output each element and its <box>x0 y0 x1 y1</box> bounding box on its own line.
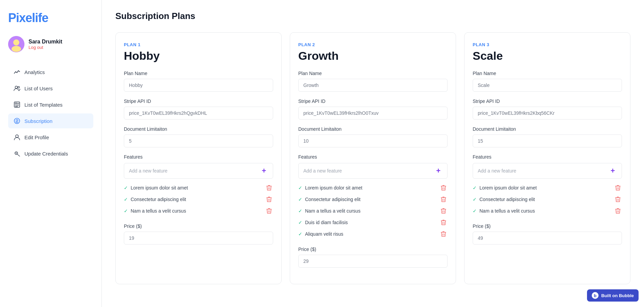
sidebar-label-analytics: Analytics <box>24 69 45 75</box>
check-icon: ✓ <box>473 208 477 214</box>
delete-feature-button[interactable] <box>439 196 448 203</box>
plan-label: PLAN 1 <box>124 42 273 47</box>
sidebar-item-subscription[interactable]: Subscription <box>8 113 93 128</box>
plan-name-value: Scale <box>473 79 622 92</box>
plan-name-label: Plan Name <box>124 71 273 76</box>
avatar <box>8 36 24 52</box>
price-label: Price ($) <box>473 223 622 229</box>
delete-feature-button[interactable] <box>614 207 622 215</box>
profile-icon <box>14 134 20 141</box>
add-feature-placeholder: Add a new feature <box>129 168 168 174</box>
plan-name-group: Plan Name Scale <box>473 71 622 92</box>
doc-limit-value: 5 <box>124 134 273 147</box>
features-label: Features <box>473 154 622 160</box>
plan-title: Hobby <box>124 49 273 62</box>
doc-limit-label: Document Limitaiton <box>124 126 273 132</box>
check-icon: ✓ <box>298 231 302 237</box>
feature-item: ✓ Duis id diam facilisis <box>298 217 448 228</box>
delete-feature-button[interactable] <box>439 184 448 192</box>
stripe-id-value: price_1KvT0wEL39fHkrs2hQgvkDHL <box>124 107 273 120</box>
check-icon: ✓ <box>473 185 477 191</box>
price-value: 29 <box>298 255 448 268</box>
delete-feature-button[interactable] <box>439 219 448 226</box>
feature-item: ✓ Lorem ipsum dolor sit amet <box>473 182 622 194</box>
feature-item: ✓ Nam a tellus a velit cursus <box>124 205 273 217</box>
plan-label: PLAN 3 <box>473 42 622 47</box>
doc-limit-value: 10 <box>298 134 448 147</box>
feature-text-row: ✓ Consectetur adipiscing elit <box>124 197 186 202</box>
check-icon: ✓ <box>124 185 128 191</box>
plan-title: Growth <box>298 49 448 62</box>
stripe-id-group: Stripe API ID price_1KvT0wEL39fHkrs2Kbq5… <box>473 98 622 120</box>
features-section: Features Add a new feature + ✓ Lorem ips… <box>298 154 448 240</box>
stripe-id-label: Stripe API ID <box>124 98 273 104</box>
templates-icon <box>14 101 20 108</box>
delete-feature-button[interactable] <box>614 196 622 203</box>
stripe-id-group: Stripe API ID price_1KvT0wEL39fHkrs2hQgv… <box>124 98 273 120</box>
check-icon: ✓ <box>473 197 477 202</box>
sidebar-label-users: List of Users <box>24 86 53 91</box>
price-group: Price ($) 19 <box>124 223 273 245</box>
feature-text-row: ✓ Duis id diam facilisis <box>298 220 348 225</box>
delete-feature-button[interactable] <box>265 196 273 203</box>
doc-limit-value: 15 <box>473 134 622 147</box>
sidebar-item-users[interactable]: List of Users <box>8 81 93 96</box>
features-label: Features <box>124 154 273 160</box>
bubble-badge[interactable]: b Built on Bubble <box>587 289 639 302</box>
feature-text: Nam a tellus a velit cursus <box>305 208 360 214</box>
sidebar: Pixelife Sara Drumkit Log out <box>0 0 102 307</box>
stripe-id-group: Stripe API ID price_1KvT0wEL39fHkrs2lhO0… <box>298 98 448 120</box>
add-feature-placeholder: Add a new feature <box>303 168 342 174</box>
check-icon: ✓ <box>124 208 128 214</box>
add-feature-row: Add a new feature + <box>298 163 448 179</box>
features-section: Features Add a new feature + ✓ Lorem ips… <box>473 154 622 217</box>
doc-limit-label: Document Limitaiton <box>473 126 622 132</box>
delete-feature-button[interactable] <box>439 230 448 238</box>
svg-rect-6 <box>15 103 17 104</box>
plan-name-group: Plan Name Hobby <box>124 71 273 92</box>
sidebar-item-update-credentials[interactable]: Update Credentials <box>8 146 93 161</box>
sidebar-item-templates[interactable]: List of Templates <box>8 97 93 112</box>
sidebar-item-analytics[interactable]: Analytics <box>8 65 93 79</box>
price-value: 19 <box>124 232 273 245</box>
avatar-svg <box>8 36 24 52</box>
plan-card-3: PLAN 3 Scale Plan Name Scale Stripe API … <box>464 32 630 284</box>
feature-text: Nam a tellus a velit cursus <box>479 208 535 214</box>
logout-link[interactable]: Log out <box>29 45 62 50</box>
doc-limit-group: Document Limitaiton 15 <box>473 126 622 147</box>
sidebar-label-subscription: Subscription <box>24 118 53 124</box>
price-value: 49 <box>473 232 622 245</box>
sidebar-label-credentials: Update Credentials <box>24 151 68 157</box>
sidebar-label-templates: List of Templates <box>24 102 62 108</box>
analytics-icon <box>14 69 20 75</box>
check-icon: ✓ <box>298 208 302 214</box>
doc-limit-group: Document Limitaiton 10 <box>298 126 448 147</box>
add-feature-button[interactable]: + <box>260 167 268 175</box>
plan-name-value: Hobby <box>124 79 273 92</box>
main-content: Subscription Plans PLAN 1 Hobby Plan Nam… <box>102 0 644 307</box>
feature-text: Lorem ipsum dolor sit amet <box>305 185 362 191</box>
features-label: Features <box>298 154 448 160</box>
stripe-id-label: Stripe API ID <box>298 98 448 104</box>
add-feature-button[interactable]: + <box>434 167 442 175</box>
user-section: Sara Drumkit Log out <box>8 36 93 52</box>
delete-feature-button[interactable] <box>265 207 273 215</box>
feature-item: ✓ Aliquam velit risus <box>298 228 448 240</box>
add-feature-placeholder: Add a new feature <box>478 168 516 174</box>
delete-feature-button[interactable] <box>614 184 622 192</box>
feature-text: Consectetur adipiscing elit <box>305 197 360 202</box>
delete-feature-button[interactable] <box>265 184 273 192</box>
feature-text-row: ✓ Nam a tellus a velit cursus <box>473 208 535 214</box>
sidebar-item-edit-profile[interactable]: Edit Profile <box>8 130 93 145</box>
add-feature-button[interactable]: + <box>609 167 617 175</box>
plan-card-2: PLAN 2 Growth Plan Name Growth Stripe AP… <box>290 32 456 284</box>
svg-point-2 <box>12 46 21 52</box>
feature-text-row: ✓ Nam a tellus a velit cursus <box>124 208 186 214</box>
feature-item: ✓ Consectetur adipiscing elit <box>124 194 273 205</box>
plan-card-1: PLAN 1 Hobby Plan Name Hobby Stripe API … <box>115 32 282 284</box>
delete-feature-button[interactable] <box>439 207 448 215</box>
bubble-label: Built on Bubble <box>601 293 634 298</box>
features-section: Features Add a new feature + ✓ Lorem ips… <box>124 154 273 217</box>
sidebar-label-edit-profile: Edit Profile <box>24 134 49 140</box>
add-feature-row: Add a new feature + <box>473 163 622 179</box>
